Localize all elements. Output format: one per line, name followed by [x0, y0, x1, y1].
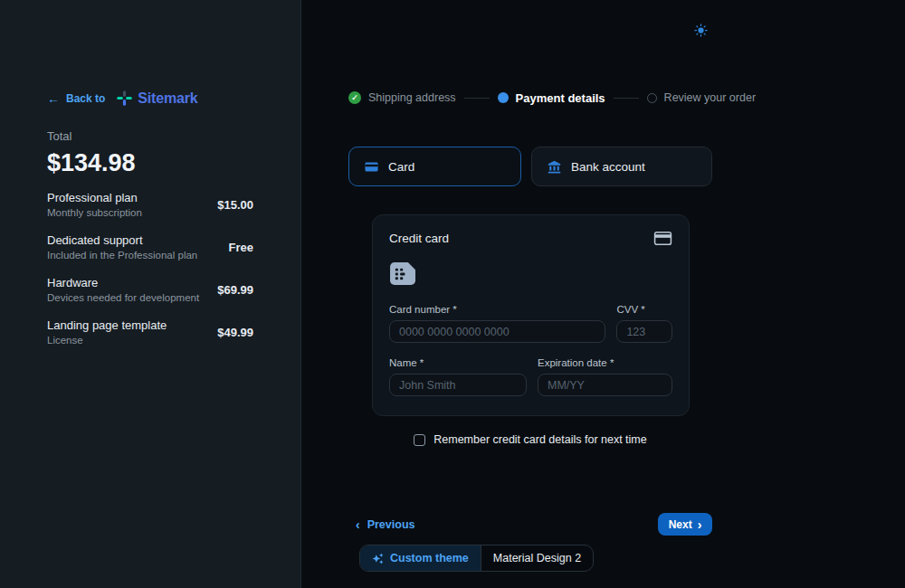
item-price: $69.99	[217, 283, 253, 297]
item-subtitle: Monthly subscription	[47, 207, 142, 218]
total-label: Total	[47, 129, 136, 143]
card-number-field: Card number *	[389, 304, 605, 343]
item-title: Professional plan	[47, 191, 142, 204]
custom-theme-option[interactable]: Custom theme	[360, 545, 481, 571]
credit-card-icon	[364, 159, 379, 175]
credit-card-panel: Credit card	[372, 214, 690, 416]
payment-method-toggle: Card Bank account	[348, 147, 712, 186]
step-label: Shipping address	[368, 91, 456, 104]
remember-label[interactable]: Remember credit card details for next ti…	[433, 433, 647, 446]
item-price: $49.99	[217, 326, 253, 339]
order-item: Hardware Devices needed for development …	[47, 276, 253, 303]
previous-label: Previous	[367, 518, 415, 531]
sparkle-icon	[372, 553, 384, 564]
item-price: $15.00	[217, 198, 253, 212]
item-subtitle: License	[47, 335, 167, 346]
method-label: Card	[388, 160, 414, 174]
item-title: Dedicated support	[47, 233, 197, 247]
custom-theme-label: Custom theme	[390, 552, 469, 564]
item-subtitle: Included in the Professional plan	[47, 250, 197, 261]
back-arrow-icon: ←	[47, 92, 60, 105]
step-label: Review your order	[664, 91, 756, 104]
checkout-main: ✓ Shipping address Payment details Revie…	[348, 0, 712, 588]
card-outline-icon	[653, 231, 672, 246]
sitemark-pinwheel-icon	[116, 90, 133, 107]
item-price: Free	[229, 241, 253, 254]
total-value: $134.98	[47, 149, 136, 177]
brand-name: Sitemark	[138, 90, 197, 107]
material-design-label: Material Design 2	[493, 552, 581, 564]
expiration-input[interactable]	[538, 374, 672, 396]
step-completed-check-icon: ✓	[348, 91, 361, 104]
chevron-right-icon: ›	[698, 518, 702, 531]
sun-icon	[694, 24, 709, 37]
payment-method-card-button[interactable]: Card	[348, 147, 521, 186]
material-design-option[interactable]: Material Design 2	[481, 545, 593, 571]
expiration-field: Expiration date *	[538, 357, 672, 396]
order-item: Professional plan Monthly subscription $…	[47, 191, 253, 218]
cvv-input[interactable]	[616, 320, 672, 343]
color-mode-toggle-button[interactable]	[694, 23, 709, 37]
back-label: Back to	[66, 92, 105, 105]
order-item: Landing page template License $49.99	[47, 318, 253, 346]
stepper-connector	[464, 98, 490, 99]
next-button[interactable]: Next ›	[658, 513, 712, 536]
previous-button[interactable]: ‹ Previous	[348, 518, 414, 531]
step-payment-details: Payment details	[498, 91, 605, 105]
step-review-order: Review your order	[647, 91, 756, 104]
item-subtitle: Devices needed for development	[47, 292, 199, 303]
step-active-dot-icon	[498, 92, 509, 103]
card-number-input[interactable]	[389, 320, 605, 343]
stepper-connector	[614, 98, 639, 99]
back-to-home-link[interactable]: ← Back to Sitemark	[47, 90, 197, 107]
brand-logo[interactable]: Sitemark	[116, 90, 197, 107]
panel-title: Credit card	[389, 232, 449, 245]
sim-chip-icon	[389, 261, 672, 286]
checkout-stepper: ✓ Shipping address Payment details Revie…	[348, 90, 712, 105]
payment-method-bank-button[interactable]: Bank account	[531, 147, 712, 186]
order-summary-sidebar: ← Back to Sitemark Total $134.98 Profess…	[0, 0, 301, 588]
cvv-label: CVV *	[616, 304, 672, 315]
remember-card-row: Remember credit card details for next ti…	[348, 433, 712, 446]
item-title: Landing page template	[47, 318, 167, 332]
wizard-nav: ‹ Previous Next ›	[348, 513, 712, 536]
card-number-label: Card number *	[389, 304, 605, 315]
remember-checkbox[interactable]	[414, 434, 425, 446]
step-pending-circle-icon	[647, 93, 657, 103]
bank-icon	[547, 159, 562, 175]
template-theme-switcher: Custom theme Material Design 2	[359, 545, 594, 572]
item-title: Hardware	[47, 276, 199, 289]
method-label: Bank account	[571, 160, 645, 174]
name-input[interactable]	[389, 374, 527, 396]
order-items-list: Professional plan Monthly subscription $…	[47, 191, 253, 361]
name-field: Name *	[389, 357, 527, 396]
order-total: Total $134.98	[47, 129, 136, 177]
expiration-label: Expiration date *	[538, 357, 672, 368]
next-label: Next	[669, 518, 692, 531]
chevron-left-icon: ‹	[356, 518, 360, 531]
step-label: Payment details	[516, 91, 605, 105]
cvv-field: CVV *	[616, 304, 672, 343]
step-shipping-address: ✓ Shipping address	[348, 91, 456, 104]
order-item: Dedicated support Included in the Profes…	[47, 233, 253, 261]
name-label: Name *	[389, 357, 527, 368]
